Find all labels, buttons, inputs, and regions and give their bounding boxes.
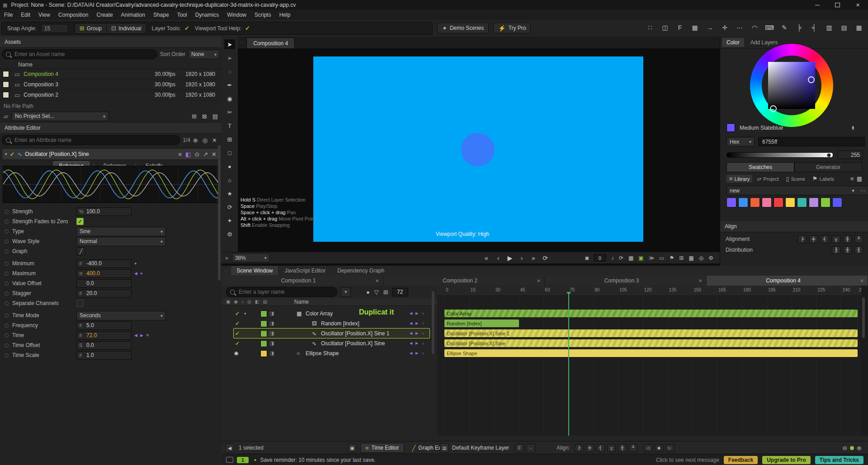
- comp-tab-composition-3[interactable]: Composition 3✕: [545, 276, 707, 286]
- timeline-bar-oscillator-position-x-sine[interactable]: Oscillator [Position.X] Sine: [444, 339, 858, 347]
- color-swatch-1[interactable]: [738, 197, 748, 207]
- menu-animation[interactable]: Animation: [117, 12, 149, 18]
- align-horizontal-left-icon[interactable]: ╞: [795, 23, 804, 33]
- folder-delete-icon[interactable]: ⊠: [202, 113, 207, 119]
- tips-and-tricks-button[interactable]: Tips and Tricks: [815, 456, 863, 464]
- upgrade-to-pro-button[interactable]: Upgrade to Pro: [762, 456, 811, 464]
- layer-enabled-checkbox[interactable]: ✓: [235, 329, 240, 338]
- color-swatch-4[interactable]: [774, 197, 783, 207]
- align-middle-v-icon[interactable]: ╫: [843, 235, 852, 243]
- refresh-icon[interactable]: ⟳: [619, 255, 623, 261]
- hue-cursor[interactable]: [770, 105, 777, 112]
- keyframe-layer-dropdown[interactable]: ▤ Default Keyframe Layer: [440, 443, 509, 452]
- color-swatch-2[interactable]: [750, 197, 760, 207]
- rotate-tool[interactable]: ⟳: [224, 202, 235, 212]
- skip-end-icon[interactable]: »: [530, 255, 537, 261]
- connection-socket-icon[interactable]: [5, 249, 9, 254]
- layout-grid-icon[interactable]: ▦: [854, 23, 863, 33]
- asset-row-composition-2[interactable]: ▭Composition 230.00fps1920 x 1080: [0, 90, 222, 100]
- chevron-down-icon[interactable]: ▾: [852, 188, 854, 194]
- play-icon[interactable]: ▶: [506, 255, 514, 261]
- alpha-slider[interactable]: [726, 152, 833, 158]
- select-tool[interactable]: ➤: [224, 39, 235, 49]
- tab-library[interactable]: ≡Library: [726, 175, 752, 183]
- layer-enabled-checkbox[interactable]: ✓: [235, 339, 240, 348]
- rectangle-tool[interactable]: □: [224, 148, 235, 158]
- prev-key-icon[interactable]: ◀: [410, 329, 412, 338]
- current-color-swatch[interactable]: [726, 123, 735, 132]
- folder-new-icon[interactable]: ⊞: [192, 113, 197, 119]
- align-horizontal-right-icon[interactable]: ╡: [810, 23, 819, 33]
- more-icon[interactable]: ⋯: [860, 188, 865, 194]
- tab-scene[interactable]: ▯Scene: [783, 175, 807, 183]
- viewport-tab-composition-4[interactable]: Composition 4: [246, 38, 295, 49]
- clear-key-icon[interactable]: ✕: [146, 333, 150, 338]
- alpha-slider-thumb[interactable]: [827, 153, 831, 157]
- align-bottom-icon[interactable]: ╨: [854, 235, 863, 243]
- menu-help[interactable]: Help: [275, 12, 295, 18]
- left-panel-scrollbar[interactable]: [218, 145, 221, 281]
- align-middle-v-icon[interactable]: ╫: [618, 444, 627, 452]
- f-field[interactable]: F: [515, 444, 524, 452]
- audio-icon[interactable]: ♪: [611, 255, 614, 261]
- dropdown[interactable]: Seconds▾: [76, 311, 166, 320]
- layer-row-oscillator-position-x-sine-1[interactable]: ✓◨∿Oscillator [Position.X] Sine 1◀▶○: [222, 329, 437, 338]
- number-field[interactable]: #1.0: [76, 351, 132, 360]
- panel-layout-icon[interactable]: ◫: [660, 23, 670, 33]
- pixel-grid-icon[interactable]: ▦: [690, 23, 699, 33]
- next-key-icon[interactable]: ▶: [415, 319, 418, 328]
- playhead-handle[interactable]: [566, 292, 571, 295]
- sort-order-dropdown[interactable]: None▾: [188, 50, 220, 59]
- align-right-icon[interactable]: ╡: [596, 444, 605, 452]
- skip-start-icon[interactable]: «: [483, 255, 490, 261]
- try-pro-button[interactable]: ⚡Try Pro: [493, 23, 531, 33]
- close-icon[interactable]: ✕: [698, 278, 702, 283]
- drag-handle-icon[interactable]: ∷: [241, 40, 244, 45]
- hex-mode-dropdown[interactable]: Hex▾: [726, 137, 755, 146]
- prev-key-icon[interactable]: ◀: [134, 333, 137, 338]
- dropdown[interactable]: Normal▾: [76, 237, 166, 246]
- dot-key-icon[interactable]: ●: [140, 271, 142, 276]
- alpha-value-field[interactable]: 255: [838, 150, 863, 159]
- timeline-panel[interactable]: 0153045607590105120135150165180195210225…: [437, 286, 868, 436]
- zoom-slider[interactable]: [850, 446, 854, 450]
- attribute-search[interactable]: [2, 135, 180, 145]
- menu-composition[interactable]: Composition: [54, 12, 93, 18]
- next-key-icon[interactable]: ▶: [140, 333, 143, 338]
- clear-icon[interactable]: ✕: [212, 137, 217, 143]
- layer-color-swatch[interactable]: [260, 330, 267, 337]
- timeline-bar-color-array[interactable]: Color Array: [444, 310, 858, 317]
- align-left-icon[interactable]: ╞: [798, 235, 807, 243]
- time-editor-button[interactable]: ≡Time Editor: [360, 443, 404, 453]
- layer-row-color-array[interactable]: ✓▾◨▦Color Array◀▶○: [222, 309, 437, 318]
- menu-tool[interactable]: Tool: [173, 12, 191, 18]
- loop-icon[interactable]: ⟳: [542, 255, 549, 261]
- number-field[interactable]: #20.0: [76, 289, 132, 298]
- align-top-icon[interactable]: ╥: [832, 235, 840, 243]
- ellipse-shape[interactable]: [461, 133, 495, 166]
- grid-icon[interactable]: ▦: [857, 176, 862, 182]
- layer-row-ellipse-shape[interactable]: ◉◨○Ellipse Shape◀▶○: [222, 349, 437, 357]
- enabled-checkbox[interactable]: ✓: [10, 151, 15, 157]
- menu-window[interactable]: Window: [223, 12, 250, 18]
- blade-tool[interactable]: ✂: [224, 107, 235, 117]
- number-field[interactable]: #-400.0: [76, 259, 132, 268]
- tab-generator[interactable]: Generator: [794, 162, 862, 172]
- ellipse-tool[interactable]: ●: [224, 161, 235, 171]
- layout-columns-icon[interactable]: ▥: [825, 23, 834, 33]
- color-swatch-6[interactable]: [797, 197, 807, 207]
- number-field[interactable]: #5.0: [76, 321, 132, 330]
- timeline-bar-oscillator-position-x-sine-1[interactable]: Oscillator [Position.X] Sine 1: [444, 329, 858, 337]
- asset-row-composition-4[interactable]: ▭Composition 430.00fps1920 x 1080: [0, 69, 222, 80]
- close-icon[interactable]: ✕: [537, 278, 541, 283]
- text-tool[interactable]: T: [224, 121, 235, 131]
- asset-search[interactable]: [2, 49, 157, 59]
- direct-select-tool[interactable]: ➢: [224, 53, 235, 63]
- arc-tool-icon[interactable]: ◠: [750, 23, 759, 33]
- connection-socket-icon[interactable]: [5, 333, 9, 338]
- prev-key-icon[interactable]: ◀: [134, 271, 137, 276]
- align-top-icon[interactable]: ╥: [607, 444, 616, 452]
- distribute-center-icon[interactable]: ╫: [843, 246, 852, 254]
- saturation-value-square[interactable]: [768, 62, 815, 109]
- node-align-icon[interactable]: ✛: [720, 23, 729, 33]
